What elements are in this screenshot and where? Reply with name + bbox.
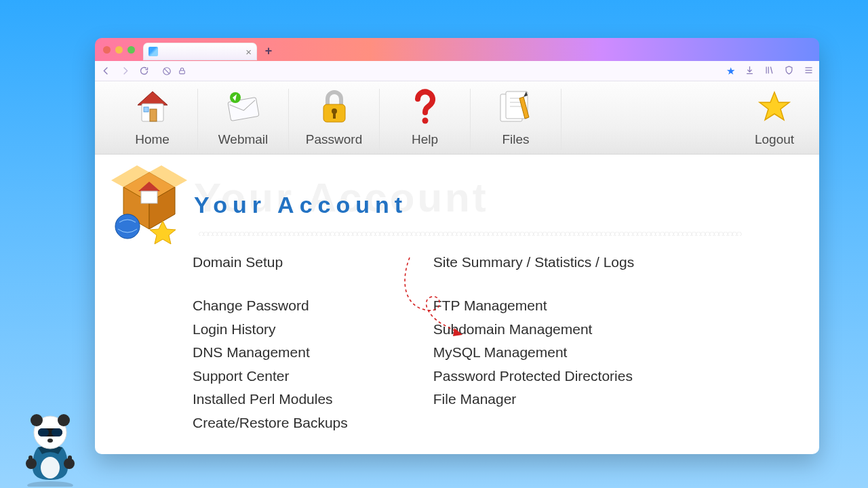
tracking-protection-icon[interactable] xyxy=(161,66,172,77)
page-title: Your Account xyxy=(194,192,408,218)
hamburger-menu-icon[interactable] xyxy=(804,65,814,77)
new-tab-button[interactable]: + xyxy=(261,44,276,59)
link-dns-management[interactable]: DNS Management xyxy=(193,342,348,363)
download-icon[interactable] xyxy=(745,65,755,77)
link-change-password[interactable]: Change Password xyxy=(193,296,348,316)
svg-rect-1 xyxy=(179,70,184,74)
svg-rect-25 xyxy=(141,191,157,203)
toolbar-files[interactable]: Files xyxy=(471,89,561,150)
link-create-restore[interactable]: Create/Restore Backups xyxy=(193,413,348,433)
links-column-left: Domain Setup Change Password Login Histo… xyxy=(193,252,348,433)
window-controls xyxy=(100,46,139,54)
svg-point-11 xyxy=(422,118,428,124)
shield-icon[interactable] xyxy=(784,65,794,77)
account-links: Domain Setup Change Password Login Histo… xyxy=(108,252,792,433)
browser-window: × + ★ xyxy=(95,38,819,454)
library-icon[interactable] xyxy=(764,65,774,77)
svg-point-41 xyxy=(47,439,53,443)
toolbar-files-label: Files xyxy=(502,132,529,147)
links-column-right: Site Summary / Statistics / Logs FTP Man… xyxy=(433,252,634,433)
zoom-window-button[interactable] xyxy=(127,46,135,54)
url-input[interactable] xyxy=(156,64,719,79)
svg-rect-40 xyxy=(52,428,62,436)
toolbar-home-label: Home xyxy=(135,132,170,147)
home-icon xyxy=(134,89,172,125)
link-support-center[interactable]: Support Center xyxy=(193,366,348,386)
toolbar-logout[interactable]: Logout xyxy=(742,89,807,150)
toolbar-password[interactable]: Password xyxy=(289,89,380,150)
toolbar-webmail-label: Webmail xyxy=(218,132,269,147)
logout-star-icon xyxy=(757,89,792,125)
svg-rect-10 xyxy=(333,113,336,119)
tab-close-icon[interactable]: × xyxy=(245,47,252,57)
link-file-manager[interactable]: File Manager xyxy=(433,389,634,409)
link-subdomain-mgmt[interactable]: Subdomain Management xyxy=(433,319,634,340)
toolbar-password-label: Password xyxy=(306,132,362,147)
link-installed-perl[interactable]: Installed Perl Modules xyxy=(193,389,348,409)
forward-button[interactable] xyxy=(119,66,130,77)
browser-tab[interactable]: × xyxy=(143,43,257,60)
svg-rect-4 xyxy=(150,109,157,121)
svg-point-29 xyxy=(27,481,73,487)
svg-rect-32 xyxy=(28,455,33,464)
svg-point-37 xyxy=(58,414,70,426)
toolbar-home[interactable]: Home xyxy=(107,89,198,150)
toolbar-help-label: Help xyxy=(412,132,438,147)
svg-rect-39 xyxy=(38,428,49,436)
panda-mascot xyxy=(18,405,83,487)
tab-strip: × + xyxy=(95,38,819,61)
webmail-icon xyxy=(222,89,264,125)
account-box-icon xyxy=(108,164,190,245)
reload-button[interactable] xyxy=(138,66,149,77)
link-ftp-management[interactable]: FTP Management xyxy=(433,296,634,316)
svg-rect-5 xyxy=(144,107,149,112)
svg-rect-34 xyxy=(68,455,72,464)
svg-point-26 xyxy=(115,214,140,239)
question-icon xyxy=(414,89,437,125)
link-site-summary[interactable]: Site Summary / Statistics / Logs xyxy=(433,252,634,272)
toolbar-logout-label: Logout xyxy=(755,132,794,147)
lock-icon[interactable] xyxy=(176,66,187,77)
tab-favicon xyxy=(149,47,158,56)
back-button[interactable] xyxy=(100,66,111,77)
link-login-history[interactable]: Login History xyxy=(193,319,348,340)
page-content: Your Account Your Account ○○○○○○○○○○○○○○… xyxy=(95,155,819,454)
control-panel-toolbar: Home Webmail P xyxy=(95,81,819,155)
svg-marker-2 xyxy=(138,92,167,105)
svg-marker-18 xyxy=(760,92,789,120)
files-icon xyxy=(496,89,536,125)
svg-point-30 xyxy=(41,457,60,479)
address-bar: ★ xyxy=(95,61,819,81)
toolbar-help[interactable]: Help xyxy=(380,89,471,150)
link-pw-protected-dirs[interactable]: Password Protected Directories xyxy=(433,366,634,386)
toolbar-webmail[interactable]: Webmail xyxy=(198,89,289,150)
account-header: Your Account Your Account ○○○○○○○○○○○○○○… xyxy=(108,164,792,245)
title-dot-rule: ○○○○○○○○○○○○○○○○○○○○○○○○○○○○○○○○○○○○○○○○… xyxy=(198,228,799,236)
bookmark-star-icon[interactable]: ★ xyxy=(726,65,735,77)
padlock-icon xyxy=(318,89,351,125)
link-domain-setup[interactable]: Domain Setup xyxy=(193,252,348,272)
minimize-window-button[interactable] xyxy=(115,46,123,54)
close-window-button[interactable] xyxy=(103,46,111,54)
svg-point-36 xyxy=(31,414,43,426)
link-mysql-mgmt[interactable]: MySQL Management xyxy=(433,342,634,363)
